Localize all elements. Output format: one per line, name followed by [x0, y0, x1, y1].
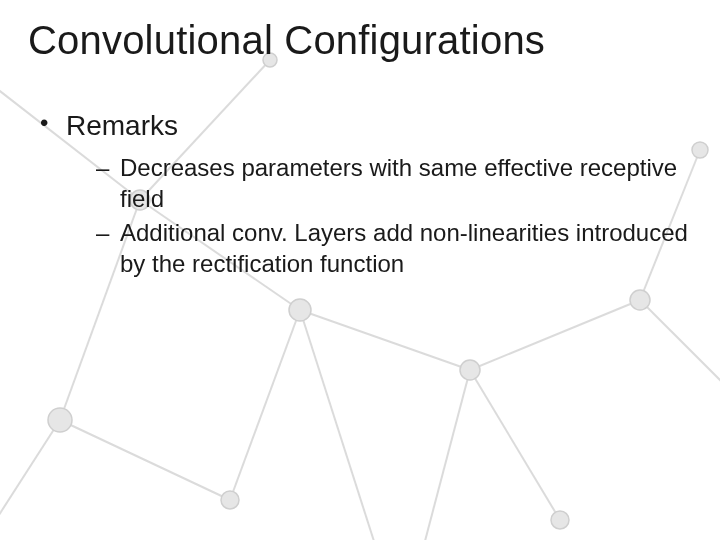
bullet-l1-label: Remarks	[66, 110, 178, 141]
slide-content: Convolutional Configurations Remarks Dec…	[0, 0, 720, 280]
slide-title: Convolutional Configurations	[28, 18, 692, 62]
svg-line-3	[60, 420, 230, 500]
svg-line-7	[470, 300, 640, 370]
svg-line-9	[300, 310, 380, 540]
svg-line-8	[640, 300, 720, 420]
svg-point-15	[48, 408, 72, 432]
svg-point-18	[460, 360, 480, 380]
svg-point-16	[221, 491, 239, 509]
bullet-l2-item: Decreases parameters with same effective…	[96, 153, 692, 214]
bullet-list-level1: Remarks Decreases parameters with same e…	[28, 108, 692, 280]
svg-line-4	[230, 310, 300, 500]
svg-point-17	[289, 299, 311, 321]
svg-point-20	[630, 290, 650, 310]
svg-point-19	[551, 511, 569, 529]
svg-line-10	[0, 420, 60, 540]
svg-line-6	[470, 370, 560, 520]
svg-line-5	[300, 310, 470, 370]
bullet-l1-item: Remarks Decreases parameters with same e…	[40, 108, 692, 280]
bullet-l2-item: Additional conv. Layers add non-linearit…	[96, 218, 692, 279]
svg-line-12	[420, 370, 470, 540]
bullet-list-level2: Decreases parameters with same effective…	[66, 153, 692, 280]
